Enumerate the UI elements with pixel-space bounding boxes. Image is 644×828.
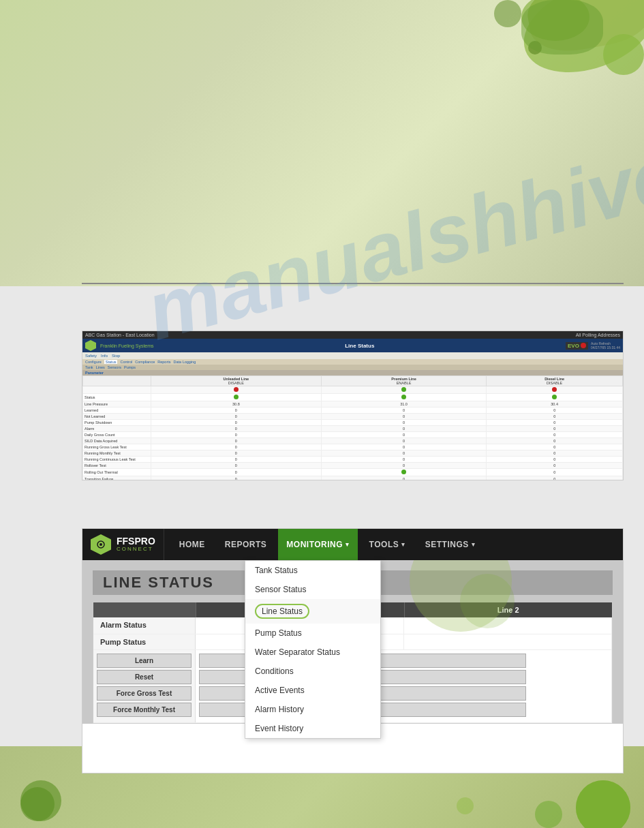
brand-area: FFSPRO CONNECT bbox=[82, 529, 164, 560]
dropdown-line-status[interactable]: Line Status bbox=[245, 599, 380, 624]
nav-home[interactable]: HOME bbox=[171, 529, 213, 560]
header-line2: Line 2 bbox=[404, 602, 613, 617]
brand-text: FFSPRO CONNECT bbox=[117, 536, 155, 553]
learn-button[interactable]: Learn bbox=[97, 654, 191, 668]
alarm-status-label: Alarm Status bbox=[93, 617, 196, 634]
dropdown-pump-status[interactable]: Pump Status bbox=[245, 624, 380, 643]
svg-point-2 bbox=[99, 543, 102, 546]
ss-header: ABC Gas Station - East Location All Poll… bbox=[82, 331, 623, 339]
navbar: FFSPRO CONNECT HOME REPORTS MONITORING ▾… bbox=[82, 529, 623, 560]
dropdown-event-history[interactable]: Event History bbox=[245, 719, 380, 738]
ss-subnav2: TankLinesSensorsPumps bbox=[82, 365, 623, 370]
ss-right-text: All Polling Addresses bbox=[576, 333, 620, 337]
ss-station-name: ABC Gas Station - East Location bbox=[85, 333, 155, 337]
main-application: FFSPRO CONNECT HOME REPORTS MONITORING ▾… bbox=[82, 528, 624, 773]
settings-arrow-icon: ▾ bbox=[472, 541, 476, 548]
nav-tools[interactable]: TOOLS ▾ bbox=[361, 529, 414, 560]
reference-screenshot: ABC Gas Station - East Location All Poll… bbox=[82, 331, 624, 480]
section-divider bbox=[82, 283, 624, 284]
dropdown-tank-status[interactable]: Tank Status bbox=[245, 561, 380, 580]
page-title: LINE STATUS bbox=[103, 574, 214, 591]
nav-reports[interactable]: REPORTS bbox=[217, 529, 275, 560]
monitoring-dropdown: Tank Status Sensor Status Line Status Pu… bbox=[245, 560, 381, 739]
dropdown-active-events[interactable]: Active Events bbox=[245, 681, 380, 700]
force-gross-test-button[interactable]: Force Gross Test bbox=[97, 686, 191, 701]
dropdown-conditions[interactable]: Conditions bbox=[245, 662, 380, 681]
ss-title-bar: Franklin Fueling Systems Line Status EVO… bbox=[82, 339, 623, 352]
ss-subnav3: Parameter bbox=[82, 370, 623, 375]
reset-button[interactable]: Reset bbox=[97, 670, 191, 684]
ss-nav: Safety Info Stop bbox=[82, 352, 623, 359]
dropdown-alarm-history[interactable]: Alarm History bbox=[245, 700, 380, 719]
dropdown-sensor-status[interactable]: Sensor Status bbox=[245, 580, 380, 599]
ss-data-table: Unleaded LineDISABLE Premium LineENABLE … bbox=[82, 375, 623, 480]
alarm-status-line2 bbox=[404, 617, 613, 634]
nav-monitoring[interactable]: MONITORING ▾ bbox=[278, 529, 357, 560]
pump-status-label: Pump Status bbox=[93, 634, 196, 649]
background-top bbox=[0, 0, 644, 286]
ss-page-title: Line Status bbox=[345, 343, 374, 349]
line1-buttons: Learn Reset Force Gross Test Force Month… bbox=[93, 650, 196, 722]
tools-arrow-icon: ▾ bbox=[401, 541, 405, 548]
dropdown-water-separator[interactable]: Water Separator Status bbox=[245, 643, 380, 662]
force-monthly-test-button[interactable]: Force Monthly Test bbox=[97, 703, 191, 717]
monitoring-arrow-icon: ▾ bbox=[346, 541, 350, 548]
brand-shield-icon bbox=[91, 534, 111, 555]
ss-subnav: ConfigureStatusControlComplianceReportsD… bbox=[82, 359, 623, 365]
ss-brand: Franklin Fueling Systems bbox=[100, 343, 154, 348]
pump-status-line2 bbox=[404, 634, 613, 649]
nav-menu: HOME REPORTS MONITORING ▾ TOOLS ▾ SETTIN… bbox=[164, 529, 490, 560]
header-label-col bbox=[93, 602, 196, 617]
ss-evo-badge: EVO bbox=[566, 342, 588, 350]
nav-settings[interactable]: SETTINGS ▾ bbox=[417, 529, 484, 560]
